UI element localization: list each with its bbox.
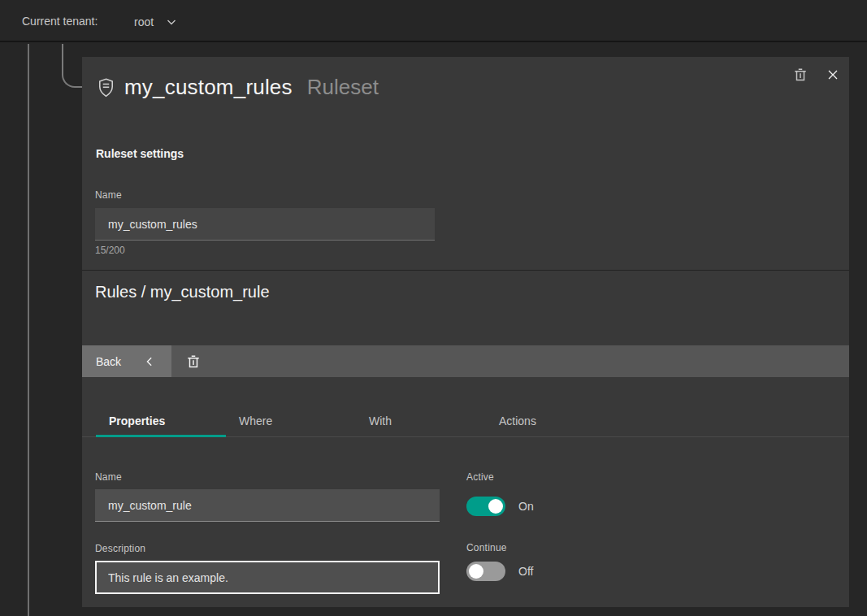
toggle-knob	[488, 499, 503, 514]
rule-name-label: Name	[95, 471, 122, 483]
ruleset-modal: my_custom_rules Ruleset	[82, 57, 849, 607]
tab-with[interactable]: With	[356, 377, 486, 437]
continue-label: Continue	[466, 542, 507, 553]
background-connector-line	[28, 44, 29, 616]
ruleset-shield-icon	[98, 78, 115, 98]
ruleset-settings-heading: Ruleset settings	[96, 147, 184, 160]
rule-toolbar: Back	[82, 345, 849, 377]
rule-breadcrumb-heading: Rules / my_custom_rule	[95, 283, 270, 301]
tab-properties[interactable]: Properties	[96, 377, 226, 437]
continue-toggle-state: Off	[518, 565, 533, 578]
current-tenant-label: Current tenant:	[22, 15, 98, 28]
close-icon	[826, 68, 839, 81]
tenant-dropdown[interactable]: root	[134, 11, 178, 33]
section-divider	[82, 270, 849, 271]
active-label: Active	[466, 471, 494, 483]
trash-icon	[793, 67, 808, 82]
active-toggle[interactable]	[466, 497, 505, 516]
chevron-down-icon	[165, 15, 178, 28]
close-modal-button[interactable]	[820, 62, 846, 88]
active-toggle-state: On	[518, 500, 534, 513]
back-button-label: Back	[96, 355, 121, 368]
tab-where[interactable]: Where	[226, 377, 356, 437]
ruleset-name-input[interactable]	[95, 208, 435, 241]
ruleset-name-char-count: 15/200	[95, 245, 125, 256]
rule-tabs: Properties Where With Actions	[96, 377, 616, 437]
tenant-value: root	[134, 15, 154, 28]
back-button[interactable]: Back	[82, 345, 171, 377]
rule-name-input[interactable]	[95, 489, 440, 522]
tab-actions[interactable]: Actions	[486, 377, 616, 437]
ruleset-name-label: Name	[95, 189, 122, 201]
rule-description-label: Description	[95, 543, 145, 554]
background-connector-corner	[62, 44, 83, 88]
chevron-left-icon	[144, 356, 155, 367]
toggle-knob	[469, 564, 483, 579]
rule-description-input[interactable]	[95, 561, 440, 594]
delete-rule-button[interactable]	[173, 345, 214, 377]
modal-title: my_custom_rules	[124, 75, 293, 100]
top-bar: Current tenant: root	[0, 0, 867, 42]
properties-panel: Name Description Active On Continue Off	[82, 437, 849, 607]
continue-toggle[interactable]	[466, 562, 505, 581]
modal-type-label: Ruleset	[307, 75, 379, 100]
delete-ruleset-button[interactable]	[787, 62, 813, 88]
trash-icon	[186, 354, 201, 369]
modal-header: my_custom_rules Ruleset	[82, 57, 849, 106]
